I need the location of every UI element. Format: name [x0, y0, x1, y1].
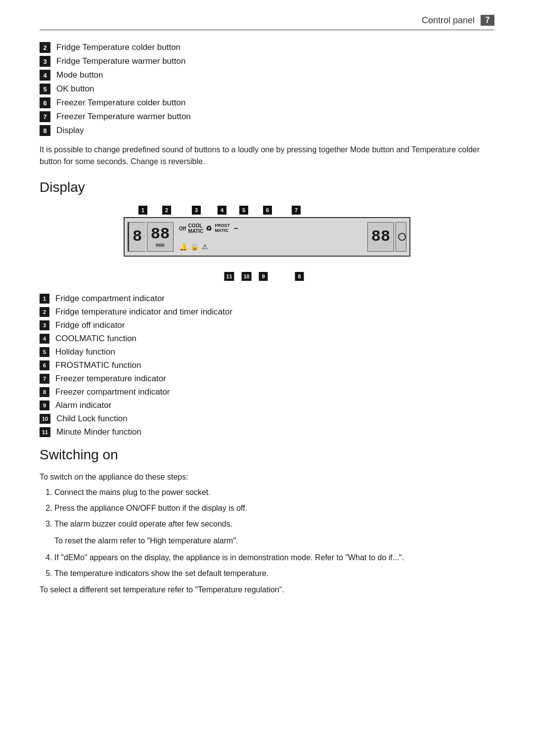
display-section-title: Display [40, 179, 494, 195]
list-item: 6 Freezer Temperature colder button [40, 97, 494, 108]
step-1: Connect the mains plug to the power sock… [54, 487, 494, 498]
display-label-8: Freezer compartment indicator [55, 387, 170, 397]
lcd-freezer-comp [396, 222, 406, 252]
page-number: 7 [481, 15, 494, 26]
list-item: 2 Fridge Temperature colder button [40, 42, 494, 53]
step-5: The temperature indicators show the set … [54, 568, 494, 579]
display-badge-7: 7 [40, 374, 49, 384]
display-list-item-4: 4 COOLMATIC function [40, 334, 494, 344]
lcd-middle-area: Off COOLMATIC ♻ FROSTMATIC – 🔔 🔒 [177, 222, 366, 252]
step-4: If "dEMo" appears on the display, the ap… [54, 552, 494, 564]
display-list-item-5: 5 Holiday function [40, 347, 494, 357]
display-list-item-8: 8 Freezer compartment indicator [40, 387, 494, 397]
badge-6: 6 [40, 97, 50, 108]
display-list-item-9: 9 Alarm indicator [40, 400, 494, 410]
mode-cool-label: COOLMATIC [188, 223, 203, 234]
page-header: Control panel 7 [40, 15, 494, 30]
step-4-text: If "dEMo" appears on the display, the ap… [54, 553, 404, 562]
mode-off-label: Off [179, 226, 186, 231]
header-right: Control panel 7 [422, 15, 494, 26]
button-label-7: Freezer Temperature warmer button [56, 112, 191, 122]
badge-7: 7 [40, 111, 50, 122]
recycle-icon: ♻ [206, 224, 212, 232]
page-container: Control panel 7 2 Fridge Temperature col… [0, 0, 534, 756]
header-title: Control panel [422, 15, 475, 26]
switching-steps-list: Connect the mains plug to the power sock… [54, 487, 494, 530]
top-badge-2: 2 [162, 205, 177, 215]
display-label-2: Fridge temperature indicator and timer i… [55, 307, 232, 317]
display-label-5: Holiday function [55, 347, 115, 357]
display-label-10: Child Lock function [56, 414, 128, 424]
info-text: It is possible to change predefined soun… [40, 144, 494, 168]
list-item: 3 Fridge Temperature warmer button [40, 56, 494, 67]
display-label-1: Fridge compartment indicator [55, 294, 165, 304]
switching-intro: To switch on the appliance do these step… [40, 473, 494, 482]
button-label-5: OK button [56, 84, 94, 94]
badge-3: 3 [40, 56, 50, 67]
bottom-badge-8: 8 [295, 271, 310, 281]
button-label-3: Fridge Temperature warmer button [56, 56, 185, 66]
button-label-8: Display [56, 126, 84, 135]
display-list-item-6: 6 FROSTMATIC function [40, 360, 494, 370]
lcd-right-freezer-temp: 88 [367, 222, 394, 252]
display-list-item-1: 1 Fridge compartment indicator [40, 294, 494, 304]
display-badge-5: 5 [40, 347, 49, 357]
icon-symbols-row: 🔔 🔒 ⚠ [179, 243, 208, 251]
step-1-text: Connect the mains plug to the power sock… [54, 488, 211, 496]
mode-labels: Off COOLMATIC ♻ FROSTMATIC – [179, 223, 238, 234]
top-badge-6: 6 [263, 205, 278, 215]
display-diagram: 1 2 3 4 5 6 7 8 88 min [114, 205, 420, 282]
lcd-min-label: min [156, 242, 165, 248]
mode-frost-label: FROSTMATIC [215, 223, 230, 233]
list-item: 8 Display [40, 125, 494, 136]
top-badge-1: 1 [138, 205, 153, 215]
lcd-left-fridge-comp: 8 [128, 222, 145, 252]
lock-icon: 🔒 [190, 243, 199, 251]
button-label-6: Freezer Temperature colder button [56, 98, 185, 108]
button-label-4: Mode button [56, 70, 103, 80]
display-badge-11: 11 [40, 427, 50, 437]
display-list-item-10: 10 Child Lock function [40, 414, 494, 424]
display-badge-4: 4 [40, 334, 49, 344]
button-label-2: Fridge Temperature colder button [56, 43, 180, 52]
display-badge-3: 3 [40, 320, 49, 330]
display-label-7: Freezer temperature indicator [55, 374, 166, 384]
display-diagram-wrapper: 1 2 3 4 5 6 7 8 88 min [40, 205, 494, 282]
top-badge-4: 4 [218, 205, 232, 215]
display-label-9: Alarm indicator [55, 400, 111, 410]
top-badge-3: 3 [192, 205, 207, 215]
badge-8: 8 [40, 125, 50, 136]
display-badge-2: 2 [40, 307, 49, 317]
bottom-badge-10: 10 [242, 271, 258, 281]
lcd-fridge-temp-digit: 88 [151, 226, 170, 242]
display-list-item-7: 7 Freezer temperature indicator [40, 374, 494, 384]
bottom-badge-9: 9 [259, 271, 274, 281]
lcd-panel: 8 88 min Off COOLMATIC ♻ FROSTMATIC – [124, 217, 410, 257]
circle-indicator [398, 233, 406, 241]
button-list: 2 Fridge Temperature colder button 3 Fri… [40, 42, 494, 136]
display-item-list: 1 Fridge compartment indicator 2 Fridge … [40, 294, 494, 437]
bottom-badge-11: 11 [224, 271, 240, 281]
bottom-labels-row: 11 10 9 8 [224, 271, 310, 281]
warning-icon: ⚠ [202, 243, 208, 251]
badge-5: 5 [40, 84, 50, 94]
lcd-freezer-temp-digit: 88 [371, 229, 390, 245]
step-2: Press the appliance ON/OFF button if the… [54, 502, 494, 514]
step-3-note: To reset the alarm refer to "High temper… [54, 535, 494, 547]
top-badge-5: 5 [239, 205, 254, 215]
display-badge-8: 8 [40, 387, 49, 397]
top-badge-7: 7 [292, 205, 307, 215]
display-label-3: Fridge off indicator [55, 320, 125, 330]
display-list-item-11: 11 Minute Minder function [40, 427, 494, 437]
display-label-4: COOLMATIC function [55, 334, 136, 344]
list-item: 5 OK button [40, 84, 494, 94]
display-label-6: FROSTMATIC function [55, 360, 141, 370]
step-3: The alarm buzzer could operate after few… [54, 518, 494, 530]
list-item: 4 Mode button [40, 70, 494, 81]
display-list-item-2: 2 Fridge temperature indicator and timer… [40, 307, 494, 317]
lcd-fridge-comp-digit: 8 [133, 229, 142, 245]
step-3-text: The alarm buzzer could operate after few… [54, 520, 232, 528]
badge-4: 4 [40, 70, 50, 81]
display-badge-9: 9 [40, 400, 49, 410]
display-badge-10: 10 [40, 414, 50, 424]
